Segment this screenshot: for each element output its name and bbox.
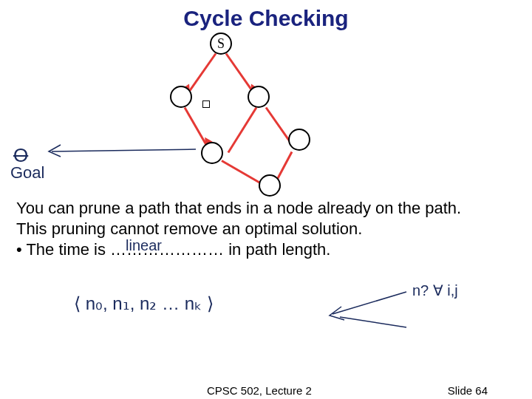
graph-diagram: S [133, 33, 325, 188]
graph-node [248, 86, 270, 108]
body-line-2: This pruning cannot remove an optimal so… [16, 219, 519, 239]
hand-arrow-icon [318, 284, 421, 336]
graph-node-start: S [210, 33, 232, 55]
slide-title: Cycle Checking [0, 6, 532, 31]
svg-line-2 [340, 317, 406, 327]
handwriting-right-notes: n? ∀ i,j [412, 282, 501, 299]
body-text: You can prune a path that ends in a node… [16, 198, 519, 260]
handwriting-sequence: ⟨ n₀, n₁, n₂ … nₖ ⟩ [74, 294, 214, 313]
graph-node [201, 142, 223, 164]
graph-node [259, 174, 281, 197]
slide: Cycle Checking S [0, 0, 532, 399]
graph-edge [228, 107, 258, 154]
svg-line-1 [332, 292, 406, 314]
node-label: S [217, 36, 225, 51]
handwriting-annotation: linear [126, 236, 162, 256]
graph-node [170, 86, 192, 108]
svg-line-0 [52, 149, 196, 151]
graph-edge [188, 53, 216, 93]
hand-arrow-icon [44, 140, 200, 163]
square-glyph [202, 100, 210, 108]
footer-course: CPSC 502, Lecture 2 [207, 384, 312, 397]
body-line-3: • The time is ………………… in path length. li… [16, 239, 519, 260]
footer-slide-number: Slide 64 [448, 384, 488, 397]
graph-node [288, 129, 310, 151]
handwriting-scribble: Goal [10, 164, 44, 182]
body-line-1: You can prune a path that ends in a node… [16, 198, 519, 219]
